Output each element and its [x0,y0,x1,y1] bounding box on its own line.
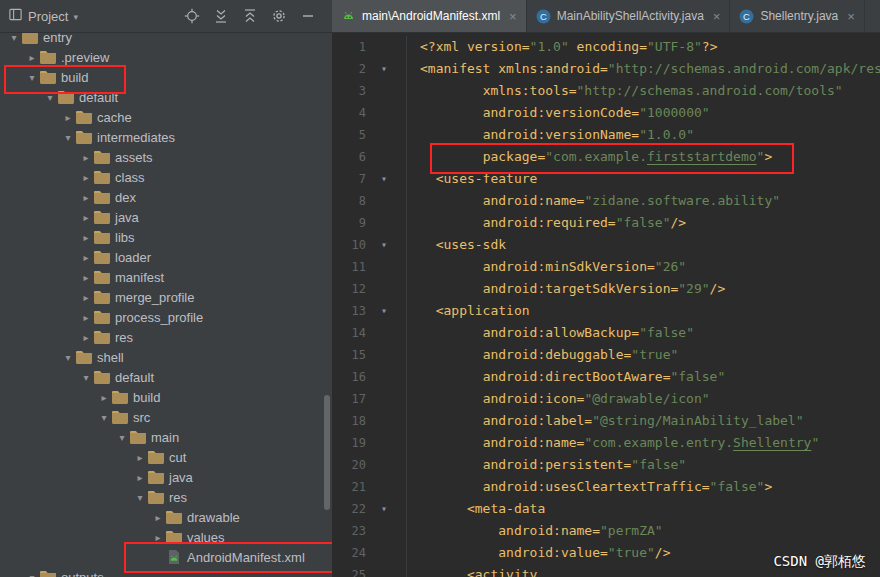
tree-item-entry[interactable]: ▾entry [0,33,332,47]
locate-file-icon[interactable] [184,8,200,24]
tree-item-.preview[interactable]: ▸.preview [0,47,332,67]
code-text[interactable]: xmlns:tools="http://schemas.android.com/… [406,80,880,102]
tree-item-assets[interactable]: ▸assets [0,147,332,167]
tree-item-default[interactable]: ▾default [0,87,332,107]
code-text[interactable]: package="com.example.firststartdemo"> [406,146,880,168]
chevron-down-icon[interactable]: ▾ [132,492,148,503]
code-text[interactable]: android:directBootAware="false" [406,366,880,388]
tree-item-AndroidManifest.xml[interactable]: AndroidManifest.xml [0,547,332,567]
fold-gutter [366,388,406,410]
close-tab-icon[interactable]: × [509,10,517,23]
chevron-down-icon[interactable]: ▾ [60,132,76,143]
chevron-right-icon[interactable]: ▸ [96,392,112,403]
tree-item-outputs[interactable]: ▾outputs [0,567,332,577]
code-text[interactable]: <?xml version="1.0" encoding="UTF-8"?> [406,36,880,58]
tree-item-intermediates[interactable]: ▾intermediates [0,127,332,147]
chevron-down-icon[interactable]: ▾ [96,412,112,423]
code-text[interactable]: android:required="false"/> [406,212,880,234]
chevron-right-icon[interactable]: ▸ [78,332,94,343]
settings-icon[interactable] [271,8,287,24]
tree-item-res[interactable]: ▾res [0,487,332,507]
fold-arrow-icon[interactable]: ▾ [366,498,406,520]
code-text[interactable]: android:versionName="1.0.0" [406,124,880,146]
tree-item-loader[interactable]: ▸loader [0,247,332,267]
chevron-right-icon[interactable]: ▸ [78,312,94,323]
code-text[interactable]: <uses-sdk [406,234,880,256]
tree-item-merge_profile[interactable]: ▸merge_profile [0,287,332,307]
hide-panel-icon[interactable] [300,8,316,24]
chevron-down-icon[interactable]: ▾ [6,33,22,43]
code-text[interactable]: android:label="@string/MainAbility_label… [406,410,880,432]
editor-tab-0[interactable]: main\AndroidManifest.xml× [332,0,527,32]
tree-item-cache[interactable]: ▸cache [0,107,332,127]
chevron-down-icon[interactable]: ▾ [24,72,40,83]
chevron-right-icon[interactable]: ▸ [78,152,94,163]
tree-item-res[interactable]: ▸res [0,327,332,347]
tree-item-java[interactable]: ▸java [0,207,332,227]
tree-scrollbar[interactable] [324,395,330,510]
tree-item-manifest[interactable]: ▸manifest [0,267,332,287]
project-view-selector[interactable]: Project ▾ [8,7,78,25]
tree-item-drawable[interactable]: ▸drawable [0,507,332,527]
chevron-right-icon[interactable]: ▸ [78,172,94,183]
chevron-right-icon[interactable]: ▸ [150,532,166,543]
chevron-right-icon[interactable]: ▸ [132,452,148,463]
code-text[interactable]: android:name="com.example.entry.Shellent… [406,432,880,454]
code-text[interactable]: android:minSdkVersion="26" [406,256,880,278]
chevron-right-icon[interactable]: ▸ [78,252,94,263]
tree-item-cut[interactable]: ▸cut [0,447,332,467]
close-tab-icon[interactable]: × [847,10,855,23]
chevron-right-icon[interactable]: ▸ [78,192,94,203]
tree-item-label: merge_profile [114,290,195,305]
chevron-right-icon[interactable]: ▸ [78,272,94,283]
close-tab-icon[interactable]: × [713,10,721,23]
tree-item-class[interactable]: ▸class [0,167,332,187]
chevron-right-icon[interactable]: ▸ [132,472,148,483]
fold-arrow-icon[interactable]: ▾ [366,300,406,322]
code-text[interactable]: <manifest xmlns:android="http://schemas.… [406,58,880,80]
code-text[interactable]: android:allowBackup="false" [406,322,880,344]
collapse-all-icon[interactable] [242,8,258,24]
tree-item-shell[interactable]: ▾shell [0,347,332,367]
code-text[interactable]: android:versionCode="1000000" [406,102,880,124]
fold-arrow-icon[interactable]: ▾ [366,234,406,256]
chevron-right-icon[interactable]: ▸ [78,232,94,243]
editor-tab-2[interactable]: CShellentry.java× [730,0,864,32]
chevron-right-icon[interactable]: ▸ [78,212,94,223]
code-editor[interactable]: 1<?xml version="1.0" encoding="UTF-8"?>2… [332,33,880,577]
code-text[interactable]: android:name="zidane.software.ability" [406,190,880,212]
chevron-down-icon[interactable]: ▾ [60,352,76,363]
tree-item-values[interactable]: ▸values [0,527,332,547]
code-text[interactable]: <uses-feature [406,168,880,190]
chevron-right-icon[interactable]: ▸ [24,52,40,63]
code-text[interactable]: android:debuggable="true" [406,344,880,366]
tree-item-src[interactable]: ▾src [0,407,332,427]
tree-item-build[interactable]: ▾build [0,67,332,87]
tree-item-main[interactable]: ▾main [0,427,332,447]
code-text[interactable]: android:targetSdkVersion="29"/> [406,278,880,300]
fold-arrow-icon[interactable]: ▾ [366,58,406,80]
chevron-down-icon[interactable]: ▾ [78,372,94,383]
chevron-right-icon[interactable]: ▸ [60,112,76,123]
editor-tab-1[interactable]: CMainAbilityShellActivity.java× [527,0,731,32]
chevron-right-icon[interactable]: ▸ [78,292,94,303]
chevron-right-icon[interactable]: ▸ [150,512,166,523]
code-text[interactable]: <application [406,300,880,322]
chevron-down-icon[interactable]: ▾ [24,572,40,577]
code-text[interactable]: android:usesCleartextTraffic="false"> [406,476,880,498]
tree-item-process_profile[interactable]: ▸process_profile [0,307,332,327]
code-text[interactable]: android:icon="@drawable/icon" [406,388,880,410]
tree-item-libs[interactable]: ▸libs [0,227,332,247]
fold-arrow-icon[interactable]: ▾ [366,168,406,190]
tree-item-build[interactable]: ▸build [0,387,332,407]
chevron-down-icon[interactable]: ▾ [42,92,58,103]
tree-item-default[interactable]: ▾default [0,367,332,387]
expand-all-icon[interactable] [213,8,229,24]
chevron-down-icon[interactable]: ▾ [114,432,130,443]
code-text[interactable]: android:persistent="false" [406,454,880,476]
code-text[interactable]: <meta-data [406,498,880,520]
folder-icon [94,311,114,324]
tree-item-java[interactable]: ▸java [0,467,332,487]
tree-item-dex[interactable]: ▸dex [0,187,332,207]
code-text[interactable]: android:name="permZA" [406,520,880,542]
